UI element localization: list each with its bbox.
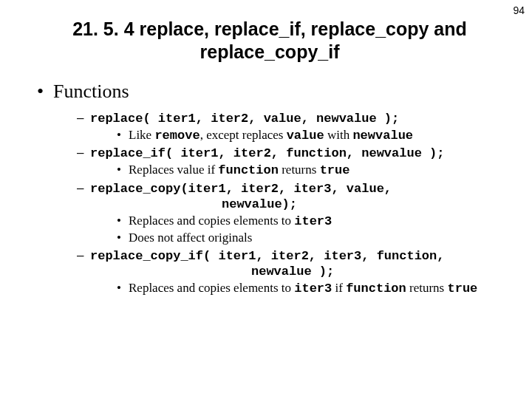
- dot-icon: •: [117, 230, 129, 245]
- sig-text: replace_if( iter1, iter2, function, newv…: [90, 146, 444, 160]
- txt: true: [320, 163, 350, 177]
- txt: newvalue: [352, 129, 413, 143]
- func-replace-copy-if-sig-1: –replace_copy_if( iter1, iter2, iter3, f…: [77, 248, 502, 264]
- txt: function: [218, 163, 279, 177]
- dash-icon: –: [77, 180, 90, 196]
- txt: returns: [279, 163, 320, 177]
- dot-icon: •: [117, 213, 129, 228]
- dash-icon: –: [77, 145, 90, 160]
- func-replace-desc: •Like remove, except replaces value with…: [117, 127, 502, 143]
- txt: Does not affect originals: [129, 231, 252, 245]
- txt: iter3: [294, 282, 332, 296]
- dot-icon: •: [117, 127, 129, 143]
- func-replace-copy-sig-2: newvalue);: [222, 197, 502, 212]
- func-replace-copy-sig-1: –replace_copy(iter1, iter2, iter3, value…: [77, 180, 502, 197]
- slide-title: 21. 5. 4 replace, replace_if, replace_co…: [63, 18, 477, 64]
- func-replace-copy-if-sig-2: newvalue );: [251, 264, 502, 279]
- sig-text: replace_copy(iter1, iter2, iter3, value,: [90, 182, 392, 196]
- txt: Replaces and copies elements to: [129, 214, 294, 228]
- txt: , except replaces: [200, 128, 287, 142]
- func-replace-copy-desc-2: •Does not affect originals: [117, 230, 502, 245]
- section-label: Functions: [53, 81, 129, 102]
- dot-icon: •: [117, 280, 129, 296]
- txt: Replaces value if: [129, 163, 218, 177]
- func-replace-copy-if-desc: •Replaces and copies elements to iter3 i…: [117, 280, 502, 296]
- sig-text: replace_copy_if( iter1, iter2, iter3, fu…: [90, 249, 444, 263]
- dash-icon: –: [77, 248, 90, 263]
- txt: if: [332, 281, 346, 295]
- page-number: 94: [513, 4, 525, 16]
- sig-text: replace( iter1, iter2, value, newvalue )…: [90, 112, 399, 126]
- func-replace-if-sig: –replace_if( iter1, iter2, function, new…: [77, 145, 502, 161]
- txt: iter3: [294, 214, 332, 228]
- section-heading: •Functions: [37, 81, 502, 103]
- bullet-icon: •: [37, 81, 53, 103]
- func-replace-if-desc: •Replaces value if function returns true: [117, 162, 502, 178]
- txt: true: [447, 282, 477, 296]
- dash-icon: –: [77, 110, 90, 126]
- txt: function: [346, 282, 406, 296]
- txt: Like: [129, 128, 154, 142]
- txt: value: [287, 129, 324, 143]
- func-replace-copy-desc-1: •Replaces and copies elements to iter3: [117, 213, 502, 229]
- txt: with: [324, 128, 353, 142]
- func-replace-sig: –replace( iter1, iter2, value, newvalue …: [77, 110, 502, 126]
- txt: remove: [154, 129, 200, 143]
- txt: returns: [406, 281, 448, 295]
- txt: Replaces and copies elements to: [129, 281, 294, 295]
- dot-icon: •: [117, 162, 129, 177]
